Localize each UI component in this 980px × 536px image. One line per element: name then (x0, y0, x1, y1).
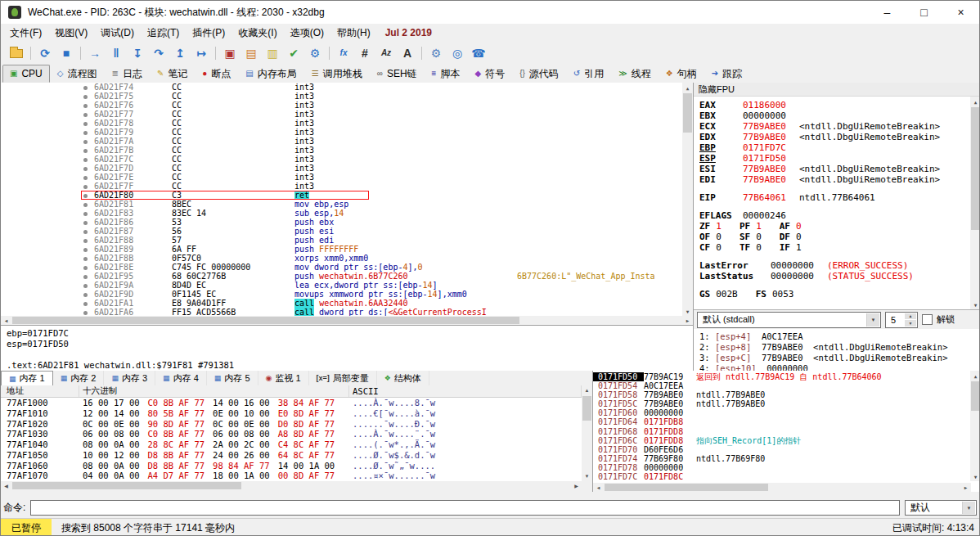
breakpoint-gutter[interactable] (1, 110, 94, 119)
disasm-row-6AD21F8B[interactable]: 6AD21F8B0F57C0xorps xmm0,xmm0 (1, 254, 682, 263)
register-LastStatus[interactable]: LastStatus00000000(STATUS_SUCCESS) (699, 271, 970, 282)
tab-threads[interactable]: ≫线程 (611, 65, 658, 83)
stack-row-0171FD74[interactable]: 0171FD7477B69F80ntdll.77B69F80 (593, 454, 970, 463)
breakpoint-gutter[interactable] (1, 83, 94, 92)
flags-row[interactable]: ZF1PF1AF0 (699, 221, 970, 232)
disasm-row-6AD21F7F[interactable]: 6AD21F7FCCint3 (1, 182, 682, 191)
breakpoint-gutter[interactable] (1, 182, 94, 191)
comments-icon[interactable]: ▤ (242, 44, 260, 62)
register-EDI[interactable]: EDI77B9ABE0<ntdll.DbgUiRemoteBreakin> (699, 174, 970, 185)
scroll-up-button[interactable]: ▲ (582, 385, 592, 395)
menu-item-view[interactable]: 视图(V) (48, 24, 94, 43)
scroll-down-button[interactable]: ▼ (970, 471, 980, 481)
stack-vscrollbar[interactable]: ▲ ▼ (970, 371, 980, 481)
scroll-thumb[interactable] (971, 107, 980, 230)
step-into-icon[interactable]: ↧ (128, 44, 146, 62)
dump-vscrollbar[interactable]: ▲ ▼ (582, 385, 592, 481)
breakpoint-gutter[interactable] (1, 281, 94, 290)
arg-count-spinner[interactable]: 5 ▲▼ (885, 312, 918, 328)
bottom-tab-dump-1[interactable]: ▦内存 1 (1, 371, 53, 385)
register-ECX[interactable]: ECX77B9ABE0<ntdll.DbgUiRemoteBreakin> (699, 121, 970, 132)
stack-row-0171FD78[interactable]: 0171FD7800000000 (593, 463, 970, 472)
bottom-tab-dump-2[interactable]: ▦内存 2 (53, 371, 105, 385)
step-over-icon[interactable]: ↷ (150, 44, 168, 62)
disasm-row-6AD21F78[interactable]: 6AD21F78CCint3 (1, 119, 682, 128)
hash-icon[interactable]: # (356, 44, 374, 62)
breakpoint-gutter[interactable] (1, 200, 94, 209)
calling-convention-select[interactable]: 默认 (stdcall) ▼ (697, 312, 881, 328)
flags-row[interactable]: OF0SF0DF0 (699, 232, 970, 242)
tab-notes[interactable]: ✎笔记 (150, 65, 195, 83)
scroll-down-button[interactable]: ▼ (970, 300, 980, 309)
breakpoint-gutter[interactable] (1, 128, 94, 137)
disasm-row-6AD21F7B[interactable]: 6AD21F7BCCint3 (1, 146, 682, 155)
breakpoint-gutter[interactable] (1, 101, 94, 110)
tab-call-stack[interactable]: ☰调用堆栈 (304, 65, 370, 83)
hide-fpu-button[interactable]: 隐藏FPU (694, 83, 980, 97)
bottom-tab-dump-5[interactable]: ▦内存 5 (207, 371, 258, 385)
command-profile-select[interactable]: 默认 ▼ (905, 500, 977, 516)
stack-row-0171FD6C[interactable]: 0171FD6C0171FDD8指向SEH_Record[1]的指针 (593, 436, 970, 445)
stack-row-0171FD60[interactable]: 0171FD6000000000 (593, 408, 970, 417)
close-button[interactable]: × (942, 1, 979, 24)
tab-breakpoints[interactable]: ●断点 (195, 65, 238, 83)
stack-row-0171FD68[interactable]: 0171FD680171FDD8 (593, 427, 970, 436)
disasm-row-6AD21F80[interactable]: 6AD21F80C3ret (1, 191, 682, 200)
breakpoint-gutter[interactable] (1, 119, 94, 128)
stack-row-0171FD50[interactable]: 0171FD5077B9AC19返回到 ntdll.77B9AC19 自 ntd… (593, 372, 970, 381)
disasm-row-6AD21F7C[interactable]: 6AD21F7CCCint3 (1, 155, 682, 164)
disasm-row-6AD21F9A[interactable]: 6AD21F9A8D4D EClea ecx,dword ptr ss:[ebp… (1, 281, 682, 290)
scroll-up-button[interactable]: ▲ (970, 371, 980, 381)
scroll-thumb[interactable] (12, 317, 519, 324)
tab-cpu[interactable]: ▣CPU (2, 65, 50, 83)
arg-row-1[interactable]: 1: [esp+4] A0C17EEA (699, 331, 980, 342)
disasm-row-6AD21F9D[interactable]: 6AD21F9D0F1145 ECmovups xmmword ptr ss:[… (1, 290, 682, 299)
disasm-row-6AD21F79[interactable]: 6AD21F79CCint3 (1, 128, 682, 137)
disasm-row-6AD21F76[interactable]: 6AD21F76CCint3 (1, 101, 682, 110)
register-EDX[interactable]: EDX77B9ABE0<ntdll.DbgUiRemoteBreakin> (699, 132, 970, 142)
dump-hscrollbar[interactable]: ◀ ▶ (1, 481, 582, 490)
dump-row-77AF1050[interactable]: 77AF105010 00 12 00D8 8B AF 7724 00 26 0… (1, 450, 582, 461)
stack-row-0171FD5C[interactable]: 0171FD5C77B9ABE0ntdll.77B9ABE0 (593, 399, 970, 408)
register-LastError[interactable]: LastError00000000(ERROR_SUCCESS) (699, 260, 970, 271)
tab-source[interactable]: {}源代码 (512, 65, 566, 83)
step-out-icon[interactable]: ↥ (171, 44, 189, 62)
menu-item-plugins[interactable]: 插件(P) (186, 24, 232, 43)
breakpoint-gutter[interactable] (1, 272, 94, 281)
stack-row-0171FD54[interactable]: 0171FD54A0C17EEA (593, 381, 970, 390)
registers-vscrollbar[interactable]: ▲ ▼ (970, 97, 980, 309)
breakpoint-gutter[interactable] (1, 92, 94, 101)
unlock-checkbox[interactable] (922, 314, 933, 325)
tab-seh[interactable]: ∞SEH链 (370, 65, 425, 83)
disasm-row-6AD21F74[interactable]: 6AD21F74CCint3 (1, 83, 682, 92)
breakpoint-gutter[interactable] (1, 173, 94, 182)
disasm-row-6AD21F89[interactable]: 6AD21F896A FFpush FFFFFFFF (1, 245, 682, 254)
register-EFLAGS[interactable]: EFLAGS00000246 (699, 210, 970, 221)
tab-log[interactable]: ≣日志 (105, 65, 150, 83)
scroll-down-button[interactable]: ▼ (682, 306, 693, 316)
breakpoint-gutter[interactable] (1, 146, 94, 155)
tab-symbols[interactable]: ◆符号 (467, 65, 512, 83)
pause-icon[interactable]: ‖ (107, 44, 125, 62)
disasm-row-6AD21F95[interactable]: 6AD21F9568 60C2776Bpush wechatwin.6B77C2… (1, 272, 682, 281)
spin-up-icon[interactable]: ▲ (905, 313, 916, 320)
dump-row-77AF1030[interactable]: 77AF103006 00 08 00C0 8B AF 7706 00 08 0… (1, 429, 582, 439)
preferences-icon[interactable]: ⚙ (427, 44, 445, 62)
tab-references[interactable]: ↺引用 (566, 65, 611, 83)
disasm-row-6AD21FA6[interactable]: 6AD21FA6FF15 ACD5566Bcall dword ptr ds:[… (1, 308, 682, 316)
scroll-right-button[interactable]: ▶ (682, 316, 693, 325)
dump-row-77AF1040[interactable]: 77AF104008 00 0A 0028 8C AF 772A 00 2C 0… (1, 439, 582, 450)
az-icon[interactable]: Az (377, 44, 395, 62)
breakpoint-gutter[interactable] (1, 164, 94, 173)
register-ESI[interactable]: ESI77B9ABE0<ntdll.DbgUiRemoteBreakin> (699, 164, 970, 174)
search-icon[interactable]: ◎ (448, 44, 466, 62)
dump-row-77AF1000[interactable]: 77AF100016 00 17 00C0 8B AF 7714 00 16 0… (1, 398, 582, 408)
breakpoint-gutter[interactable] (1, 308, 94, 316)
dump-row-77AF1060[interactable]: 77AF106008 00 0A 00D8 8B AF 7798 84 AF 7… (1, 461, 582, 471)
register-EBX[interactable]: EBX00000000 (699, 110, 970, 121)
breakpoint-gutter[interactable] (1, 299, 94, 308)
register-ESP[interactable]: ESP0171FD50 (699, 153, 970, 164)
disasm-row-6AD21FA1[interactable]: 6AD21FA1E8 9A04D1FFcall wechatwin.6AA324… (1, 299, 682, 308)
scroll-right-button[interactable]: ▶ (571, 481, 582, 490)
tab-handles[interactable]: ❖句柄 (659, 65, 704, 83)
